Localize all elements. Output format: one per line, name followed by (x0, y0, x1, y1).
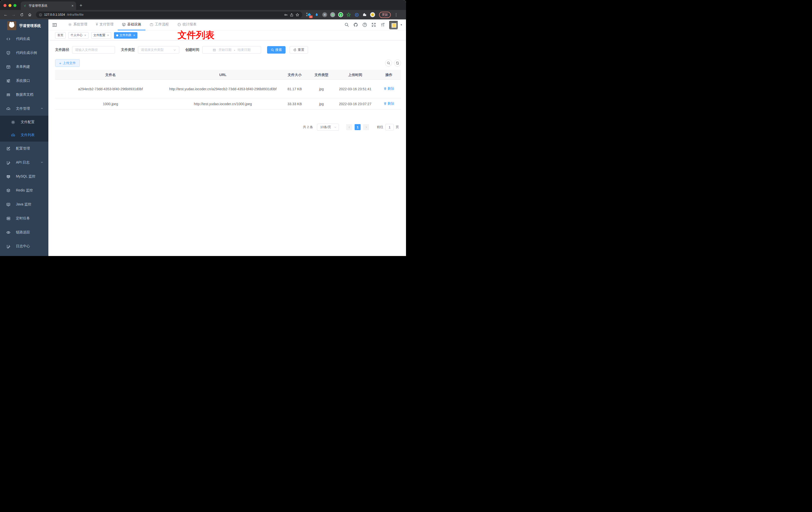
extension-badge: 11 (309, 16, 313, 18)
help-icon[interactable] (362, 23, 367, 27)
refresh-button[interactable] (394, 60, 401, 66)
top-menu-workflow[interactable]: 工作流程 (145, 20, 173, 30)
tag-home[interactable]: 首页 (55, 32, 66, 39)
trash-icon (383, 87, 387, 90)
search-icon[interactable] (344, 23, 349, 27)
goto-label: 前往 (377, 125, 383, 129)
main-area: 系统管理 ¥ 支付管理 基础设施 工作流程 (48, 20, 406, 256)
sidebar-item-db-doc[interactable]: 数据库文档 (0, 88, 48, 102)
browser-update-button[interactable]: 更新 (379, 12, 391, 18)
file-type-select[interactable]: 请选择文件类型 (138, 46, 179, 54)
extension-star-icon[interactable] (346, 12, 351, 17)
eye-icon (6, 230, 10, 235)
delete-button[interactable]: 删除 (383, 101, 394, 107)
sidebar-item-mysql-monitor[interactable]: MySQL 监控 (0, 170, 48, 183)
github-icon[interactable] (353, 23, 358, 27)
close-window-button[interactable] (3, 4, 6, 7)
close-icon[interactable]: × (133, 33, 135, 37)
file-path-label: 文件路径 (55, 48, 69, 52)
tag-file-list[interactable]: 文件列表× (114, 32, 137, 39)
extension-puzzle-icon[interactable] (362, 12, 367, 17)
sidebar-item-code-demo[interactable]: 代码生成示例 (0, 46, 48, 60)
goto-page-input[interactable] (385, 124, 394, 130)
sidebar-item-redis-monitor[interactable]: Redis 监控 (0, 183, 48, 198)
delete-button[interactable]: 删除 (383, 86, 394, 91)
forward-icon[interactable]: → (10, 12, 17, 17)
top-menu-report[interactable]: 统计报表 (173, 20, 201, 30)
font-size-icon[interactable] (380, 23, 385, 27)
site-info-icon[interactable] (39, 13, 42, 17)
sidebar-item-form-builder[interactable]: 表单构建 (0, 60, 48, 74)
file-path-input[interactable]: 请输入文件路径 (72, 46, 115, 54)
toggle-search-button[interactable] (385, 60, 392, 66)
extension-tabs-icon[interactable]: 11 (306, 12, 311, 17)
goto-page: 前往 页 (377, 124, 399, 130)
sidebar-item-file-list[interactable]: 文件列表 (0, 129, 48, 142)
top-navbar: 系统管理 ¥ 支付管理 基础设施 工作流程 (48, 20, 406, 30)
reload-icon[interactable] (19, 12, 25, 17)
password-key-icon[interactable] (284, 13, 288, 17)
extension-drop-icon[interactable] (314, 12, 319, 17)
sidebar-item-java-monitor[interactable]: Java 监控 (0, 198, 48, 211)
extension-eye-icon[interactable] (354, 12, 359, 17)
tab-close-icon[interactable]: × (71, 4, 74, 7)
sidebar-item-api-log[interactable]: API 日志 (0, 155, 48, 170)
extension-emoji-icon[interactable] (370, 12, 375, 17)
browser-menu-icon[interactable]: ⋮ (394, 12, 398, 17)
new-tab-button[interactable]: + (80, 3, 82, 8)
sidebar-item-file-manage[interactable]: 文件管理 (0, 102, 48, 116)
chevron-down-icon (40, 160, 44, 164)
sidebar-item-tracing[interactable]: 链路追踪 (0, 225, 48, 239)
reset-button[interactable]: 重置 (290, 46, 308, 54)
upload-file-button[interactable]: + 上传文件 (55, 59, 80, 67)
timer-doc-icon (6, 216, 10, 220)
bookmark-star-icon[interactable] (295, 13, 299, 17)
sidebar-item-code-gen[interactable]: 代码生成 (0, 32, 48, 46)
sidebar-item-config-manage[interactable]: 配置管理 (0, 142, 48, 155)
cloud-upload-icon (11, 133, 15, 137)
sidebar-item-log-center[interactable]: 日志中心 (0, 239, 48, 253)
date-range-input[interactable]: 开始日期 - 结束日期 (202, 46, 261, 54)
close-icon[interactable]: × (84, 33, 86, 37)
zoom-window-button[interactable] (13, 4, 17, 7)
cell-file-type: jpg (309, 86, 334, 92)
sidebar-collapse-icon[interactable] (52, 22, 57, 28)
prev-page-button[interactable] (346, 124, 352, 130)
page-number-button[interactable]: 1 (355, 124, 360, 130)
extension-yudao-icon[interactable]: y (338, 12, 343, 17)
top-menu-system[interactable]: 系统管理 (64, 20, 91, 30)
page-content: 文件路径 请输入文件路径 文件类型 请选择文件类型 创建时间 开始日期 - 结束… (48, 40, 406, 256)
back-icon[interactable]: ← (2, 12, 9, 17)
minimize-window-button[interactable] (8, 4, 11, 7)
table-toolbar: + 上传文件 (55, 59, 401, 67)
sidebar-item-system-api[interactable]: 系统接口 (0, 74, 48, 88)
caret-down-icon[interactable]: ▾ (401, 23, 402, 26)
extension-recorder-icon[interactable] (330, 12, 335, 17)
col-upload-time: 上传时间 (334, 72, 377, 78)
page-size-select[interactable]: 10条/页 (317, 124, 339, 131)
home-icon[interactable] (26, 12, 33, 17)
next-page-button[interactable] (363, 124, 369, 130)
tag-file-config[interactable]: 文件配置× (91, 32, 112, 39)
top-menu-infra[interactable]: 基础设施 (118, 20, 145, 30)
page-unit-label: 页 (396, 125, 399, 129)
top-menu-pay[interactable]: ¥ 支付管理 (91, 20, 118, 30)
sidebar-submenu-file: 文件配置 文件列表 (0, 116, 48, 142)
layers-icon (6, 188, 10, 193)
user-avatar[interactable] (389, 21, 398, 29)
tag-profile[interactable]: 个人中心× (68, 32, 89, 39)
browser-tabstrip: 芋道管理系统 × + (0, 0, 406, 10)
fullscreen-icon[interactable] (371, 23, 376, 27)
search-button[interactable]: 搜索 (267, 46, 286, 54)
window-controls[interactable] (3, 4, 17, 7)
sidebar-item-scheduled-tasks[interactable]: 定时任务 (0, 211, 48, 225)
sidebar-logo[interactable]: 芋道管理系统 (0, 20, 48, 32)
share-icon[interactable] (290, 13, 293, 17)
extension-command-icon[interactable]: ⌘ (322, 12, 327, 17)
app-title: 芋道管理系统 (19, 24, 41, 28)
close-icon[interactable]: × (107, 33, 109, 37)
sidebar-item-file-config[interactable]: 文件配置 (0, 116, 48, 129)
table-row: a294ecb2-73dd-4353-bf40-296b8931d0bf htt… (55, 80, 401, 98)
browser-tab[interactable]: 芋道管理系统 × (21, 1, 76, 10)
address-bar[interactable]: 127.0.0.1:1024/infra/file/file (36, 11, 302, 18)
